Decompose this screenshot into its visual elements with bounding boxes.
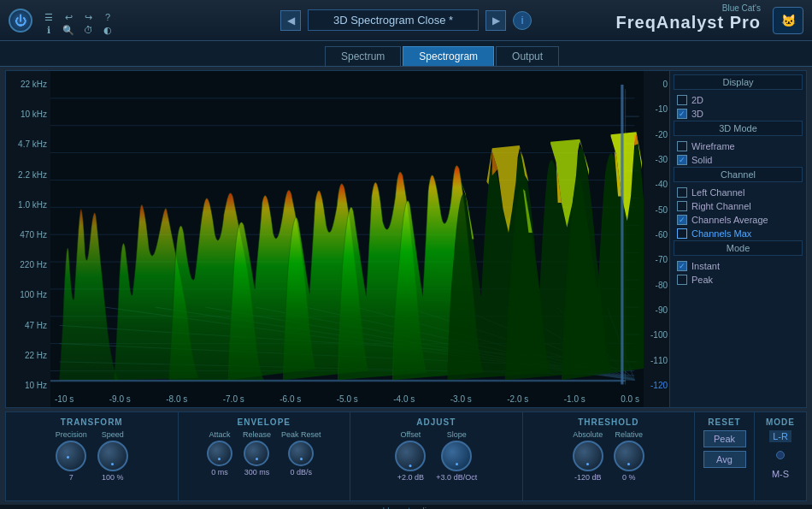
- display-2d-item[interactable]: 2D: [674, 93, 803, 107]
- relative-value: 0 %: [622, 473, 636, 482]
- offset-knob[interactable]: [395, 441, 426, 471]
- search-icon[interactable]: 🔍: [59, 21, 78, 39]
- adjust-knobs: Offset +2.0 dB Slope +3.0 dB/Oct: [395, 430, 477, 495]
- peak-checkbox[interactable]: [677, 275, 687, 285]
- precision-label: Precision: [56, 430, 87, 439]
- release-value: 300 ms: [244, 468, 270, 476]
- avg-reset-button[interactable]: Avg: [703, 451, 746, 468]
- display-3d-checkbox[interactable]: ✓: [677, 109, 687, 119]
- threshold-group: THRESHOLD Absolute -120 dB Relative 0 %: [523, 412, 696, 500]
- relative-knob[interactable]: [614, 441, 644, 471]
- db-label: -60: [645, 230, 668, 240]
- channels-average-label: Channels Average: [691, 215, 768, 225]
- attack-knob[interactable]: [207, 441, 232, 466]
- x-label: -9.0 s: [109, 394, 131, 404]
- speed-knob-item: Speed 100 %: [97, 430, 128, 482]
- peak-reset-value: 0 dB/s: [291, 468, 313, 476]
- instant-checkbox[interactable]: ✓: [677, 261, 687, 271]
- left-channel-checkbox[interactable]: [677, 187, 687, 198]
- tabs-bar: Spectrum Spectrogram Output: [0, 41, 812, 67]
- absolute-label: Absolute: [573, 430, 603, 439]
- right-channel-checkbox[interactable]: [677, 201, 687, 211]
- settings-icon[interactable]: ◐: [98, 21, 117, 39]
- power-button[interactable]: ⏻: [9, 9, 32, 33]
- x-label: -8.0 s: [166, 394, 187, 404]
- toolbar-left: ⏻ ☰ ↩ ↪ ? ℹ 🔍 ⏱ ◐: [9, 8, 117, 33]
- mode-lr-label: L-R: [773, 431, 788, 441]
- display-3d-item[interactable]: ✓ 3D: [674, 107, 803, 121]
- db-axis: 0 -10 -20 -30 -40 -50 -60 -70 -80 -90 -1…: [644, 71, 669, 407]
- preset-display[interactable]: 3D Spectrogram Close *: [308, 9, 479, 31]
- wireframe-checkbox[interactable]: [677, 141, 687, 151]
- channels-average-item[interactable]: ✓ Channels Average: [674, 213, 803, 227]
- precision-knob[interactable]: [56, 441, 86, 471]
- solid-item[interactable]: ✓ Solid: [674, 153, 803, 167]
- channels-average-checkbox[interactable]: ✓: [677, 215, 687, 225]
- speed-value: 100 %: [102, 473, 124, 482]
- x-label: -10 s: [55, 394, 74, 404]
- bottom-controls: TRANSFORM Precision 7 Speed 100 % ENVELO…: [5, 411, 807, 501]
- absolute-knob[interactable]: [573, 441, 603, 471]
- solid-checkbox[interactable]: ✓: [677, 155, 687, 165]
- brand-main: FreqAnalyst Pro: [616, 13, 761, 33]
- speed-knob[interactable]: [97, 441, 128, 471]
- release-knob[interactable]: [244, 441, 269, 466]
- reset-title: RESET: [708, 417, 740, 427]
- peak-reset-knob-item: Peak Reset 0 dB/s: [281, 430, 321, 476]
- transform-title: TRANSFORM: [61, 417, 123, 427]
- y-label: 10 kHz: [9, 109, 47, 119]
- db-label: -40: [645, 180, 668, 189]
- threshold-title: THRESHOLD: [578, 417, 638, 427]
- db-label: -100: [645, 330, 668, 340]
- db-label: -70: [645, 255, 668, 264]
- release-knob-item: Release 300 ms: [243, 430, 271, 476]
- mode-ms[interactable]: M-S: [768, 468, 792, 480]
- tab-spectrum[interactable]: Spectrum: [325, 46, 401, 66]
- absolute-knob-item: Absolute -120 dB: [573, 430, 603, 482]
- mode-toggle-dot[interactable]: [776, 451, 785, 459]
- y-label: 1.0 kHz: [9, 200, 47, 210]
- slope-knob[interactable]: [441, 441, 472, 471]
- channels-max-item[interactable]: Channels Max: [674, 227, 803, 240]
- left-channel-label: Left Channel: [691, 187, 744, 198]
- tab-spectrogram[interactable]: Spectrogram: [403, 46, 494, 66]
- channel-section-title: Channel: [674, 167, 803, 182]
- relative-label: Relative: [615, 430, 643, 439]
- wireframe-item[interactable]: Wireframe: [674, 139, 803, 153]
- y-label: 220 Hz: [9, 260, 47, 269]
- display-2d-label: 2D: [691, 95, 703, 105]
- channels-max-checkbox[interactable]: [677, 228, 687, 239]
- attack-knob-item: Attack 0 ms: [207, 430, 232, 476]
- main-area: 22 kHz 10 kHz 4.7 kHz 2.2 kHz 1.0 kHz 47…: [5, 70, 807, 408]
- x-label: -1.0 s: [564, 394, 585, 404]
- right-channel-item[interactable]: Right Channel: [674, 199, 803, 213]
- y-label: 22 Hz: [9, 351, 47, 360]
- y-label: 100 Hz: [9, 290, 47, 299]
- offset-knob-item: Offset +2.0 dB: [395, 430, 426, 482]
- left-channel-item[interactable]: Left Channel: [674, 186, 803, 199]
- tab-output[interactable]: Output: [496, 46, 559, 66]
- peak-reset-knob[interactable]: [288, 441, 314, 466]
- transform-knobs: Precision 7 Speed 100 %: [56, 430, 128, 495]
- prev-button[interactable]: ◀: [280, 10, 301, 31]
- instant-item[interactable]: ✓ Instant: [674, 259, 803, 273]
- svg-rect-38: [621, 85, 623, 385]
- mode-lr[interactable]: L-R: [769, 430, 791, 442]
- x-label: -6.0 s: [279, 394, 301, 404]
- peak-reset-button[interactable]: Peak: [703, 430, 746, 447]
- next-button[interactable]: ▶: [485, 10, 506, 31]
- db-label: -30: [645, 155, 668, 164]
- right-channel-label: Right Channel: [691, 201, 751, 211]
- timer-icon[interactable]: ⏱: [79, 21, 97, 39]
- display-3d-label: 3D: [691, 109, 703, 119]
- envelope-group: ENVELOPE Attack 0 ms Release 300 ms Peak…: [179, 412, 351, 500]
- info-icon-small[interactable]: ℹ: [39, 21, 58, 39]
- info-button[interactable]: i: [513, 11, 532, 30]
- spectrogram-area: -10 s -9.0 s -8.0 s -7.0 s -6.0 s -5.0 s…: [50, 71, 644, 407]
- instant-label: Instant: [691, 261, 720, 271]
- x-label: -3.0 s: [450, 394, 472, 404]
- display-2d-checkbox[interactable]: [677, 95, 687, 105]
- reset-group: RESET Peak Avg: [695, 412, 755, 500]
- peak-item[interactable]: Peak: [674, 273, 803, 287]
- y-label: 2.2 kHz: [9, 170, 47, 180]
